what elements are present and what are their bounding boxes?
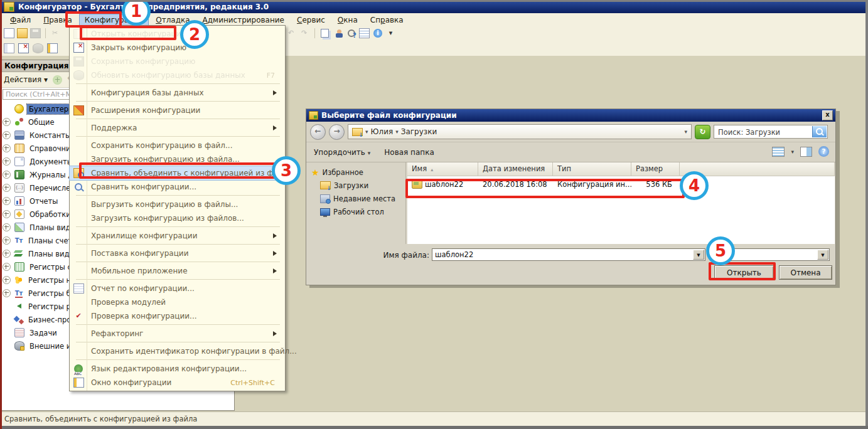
menu-item[interactable]: Закрыть конфигурацию [70, 41, 285, 55]
breadcrumb-folder[interactable]: Загрузки [401, 127, 437, 136]
reports-icon [14, 196, 24, 206]
menu-item-shortcut: Ctrl+Shift+C [230, 379, 275, 387]
menu-item-gutter [72, 70, 85, 80]
menu-item[interactable]: Рефакторинг [70, 327, 285, 341]
module-document-icon[interactable] [359, 28, 370, 38]
close-configuration-icon[interactable] [18, 43, 29, 53]
expand-icon[interactable] [3, 184, 11, 192]
column-header-Имя[interactable]: Имя▴ [407, 162, 478, 176]
expand-icon[interactable] [3, 131, 11, 139]
menu-item[interactable]: Хранилище конфигурации [70, 229, 285, 243]
menu-item[interactable]: Проверка модулей [70, 295, 285, 309]
menu-item[interactable]: Отчет по конфигурации... [70, 282, 285, 295]
history-dropdown-icon[interactable]: ▾ [684, 129, 687, 135]
menu-item-gutter [72, 105, 85, 115]
actions-menu-button[interactable]: Действия ▾ [4, 75, 48, 84]
expand-icon[interactable] [3, 289, 11, 297]
menu-item-gutter [72, 312, 85, 320]
expand-icon[interactable] [3, 263, 11, 271]
search-input[interactable] [717, 126, 817, 139]
menu-item[interactable]: Сравнить конфигурации... [70, 180, 285, 194]
column-header-Дата изменения[interactable]: Дата изменения [478, 162, 553, 176]
preview-pane-icon[interactable] [800, 147, 812, 157]
dialog-close-button[interactable]: x [822, 110, 833, 120]
menu-item[interactable]: Загрузить конфигурацию из файлов... [70, 211, 285, 225]
expand-icon[interactable] [3, 197, 11, 205]
organize-button[interactable]: Упорядочить ▾ [314, 148, 370, 157]
tasks-icon [14, 328, 24, 337]
sidebar-item-избранное[interactable]: Избранное [306, 166, 405, 179]
copy-pages-icon[interactable] [321, 29, 329, 38]
menu-item[interactable]: Поддержка [70, 121, 285, 135]
menu-item[interactable]: Поставка конфигурации [70, 246, 285, 260]
update-db-icon [73, 70, 84, 80]
breadcrumb-user[interactable]: Юлия [371, 127, 394, 136]
open-folder-icon[interactable] [17, 28, 28, 38]
frame-edge [0, 0, 2, 429]
menu-separator [76, 324, 280, 325]
toolbar-options-arrow-icon[interactable] [386, 29, 395, 38]
filename-combo[interactable]: шаблон22 ▼ [432, 248, 705, 261]
back-button[interactable]: ← [310, 124, 326, 140]
menu-separator [76, 101, 280, 102]
column-header-Тип[interactable]: Тип [553, 162, 631, 176]
expand-icon[interactable] [3, 276, 11, 284]
menu-item[interactable]: Расширения конфигурации [70, 103, 285, 117]
sidebar-item-загрузки[interactable]: Загрузки [306, 179, 405, 192]
configuration-window-icon[interactable] [47, 43, 58, 53]
info-circle-icon[interactable] [373, 29, 382, 38]
chevron-down-icon[interactable]: ▾ [791, 149, 794, 155]
chevron-down-icon[interactable]: ▼ [693, 250, 704, 260]
search-icon[interactable] [812, 126, 827, 137]
reg-accum-icon [14, 276, 23, 284]
expand-icon[interactable] [3, 157, 11, 166]
sidebar-item-рабочий-стол[interactable]: Рабочий стол [306, 205, 405, 218]
chevron-down-icon: ▾ [365, 129, 368, 135]
chevron-down-icon[interactable]: ▼ [817, 250, 828, 260]
menu-item[interactable]: Окно конфигурацииCtrl+Shift+C [70, 376, 285, 389]
expand-icon[interactable] [3, 250, 11, 258]
help-icon[interactable] [818, 146, 829, 157]
new-folder-button[interactable]: Новая папка [384, 148, 434, 157]
open-configuration-icon[interactable] [4, 43, 14, 53]
menu-item: Сохранить конфигурацию [70, 55, 285, 68]
menubar-item-справка[interactable]: Справка [365, 14, 409, 26]
menu-separator [76, 279, 280, 280]
menu-item[interactable]: Сохранить идентификатор конфигурации в ф… [70, 344, 285, 358]
menubar-item-файл[interactable]: Файл [5, 14, 36, 26]
sidebar-item-недавние-места[interactable]: Недавние места [306, 192, 405, 205]
syntax-check-person-icon[interactable] [335, 29, 344, 38]
undo-arrow-icon [286, 29, 296, 38]
expand-icon[interactable] [3, 210, 11, 218]
expand-icon[interactable] [3, 118, 11, 126]
menu-item[interactable]: Мобильное приложение [70, 264, 285, 278]
processings-icon [14, 209, 24, 219]
menubar-item-администрирование[interactable]: Администрирование [198, 14, 289, 26]
menubar-item-сервис[interactable]: Сервис [292, 14, 330, 26]
menu-separator [76, 342, 280, 342]
chevron-down-icon: ▾ [395, 129, 399, 135]
breadcrumb[interactable]: ▾ Юлия ▾ Загрузки ▾ [348, 124, 692, 139]
change-view-icon[interactable] [772, 147, 785, 157]
menu-item[interactable]: Сохранить конфигурацию в файл... [70, 139, 285, 152]
menu-item[interactable]: Язык редактирования конфигурации... [70, 362, 285, 376]
new-document-icon[interactable] [4, 28, 14, 38]
menu-item[interactable]: Проверка конфигурации... [70, 309, 285, 323]
column-header-Размер[interactable]: Размер [631, 162, 680, 176]
expand-icon[interactable] [3, 171, 11, 179]
expand-icon[interactable] [3, 144, 11, 152]
expand-icon[interactable] [3, 236, 11, 245]
forward-button[interactable]: → [329, 124, 345, 140]
add-icon[interactable]: + [53, 75, 62, 85]
find-help-magnifier-icon[interactable] [348, 29, 355, 37]
sidebar-item-label: Рабочий стол [333, 208, 384, 216]
file-dialog-title-bar: Выберите файл конфигурации x [306, 109, 835, 122]
refresh-button[interactable]: ↻ [695, 125, 710, 139]
tree-item-label: Отчеты [28, 196, 60, 206]
sidebar-splitter[interactable] [405, 162, 406, 244]
menu-item[interactable]: Выгрузить конфигурацию в файлы... [70, 198, 285, 211]
menubar-item-окна[interactable]: Окна [333, 14, 363, 26]
cancel-button[interactable]: Отмена [779, 265, 832, 280]
menu-item[interactable]: Конфигурация базы данных [70, 86, 285, 100]
expand-icon[interactable] [3, 223, 11, 231]
